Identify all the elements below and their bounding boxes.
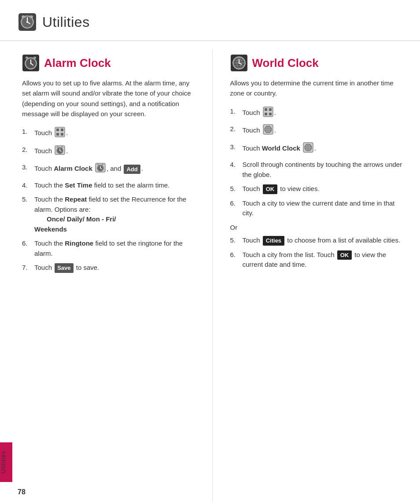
add-button-label: Add [124,165,140,174]
alarm-clock-description: Allows you to set up to five alarms. At … [22,78,199,119]
svg-point-13 [30,63,32,64]
world-clock-section: World Clock Allows you to determine the … [213,50,420,501]
cities-button-label: Cities [263,236,284,246]
main-content: Alarm Clock Allows you to set up to five… [0,45,420,501]
world-alt-step-6: 6. Touch a city from the list. Touch OK … [230,250,407,270]
ok-button-label-1: OK [263,184,278,194]
alarm-clock-section-icon [22,54,40,72]
svg-rect-47 [269,108,272,111]
world-alt-step-5: 5. Touch Cities to choose from a list of… [230,235,407,246]
alarm-small-icon-step3-left [95,162,106,176]
world-small-icon-step2 [263,124,273,138]
world-clock-steps: 1. Touch . 2. [230,107,407,218]
world-step-3: 3. Touch World Clock . [230,142,407,156]
alarm-step-2: 2. Touch . [22,145,199,158]
page-number: 78 [18,488,26,496]
world-small-icon-step3 [303,142,313,156]
svg-point-26 [57,146,59,148]
world-clock-description: Allows you to determine the current time… [230,78,407,99]
alarm-small-icon-step2-left [55,145,65,158]
alarm-step-4: 4. Touch the Set Time field to set the a… [22,180,199,191]
svg-point-27 [61,146,63,148]
sidebar-label: Utilities [0,446,12,478]
page-title: Utilities [42,14,90,30]
alarm-step-7: 7. Touch Save to save. [22,263,199,273]
ok-button-label-2: OK [337,250,352,260]
world-clock-heading: World Clock [230,54,407,72]
save-button-label: Save [55,263,73,273]
world-step-6: 6. Touch a city to view the current date… [230,199,407,218]
repeat-bold: Repeat [65,195,87,203]
world-clock-alt-steps: 5. Touch Cities to choose from a list of… [230,235,407,270]
svg-rect-48 [265,113,267,115]
page-header: Utilities [0,0,420,41]
svg-point-7 [29,15,33,18]
svg-point-14 [26,57,29,59]
alarm-clock-steps: 1. Touch . 2. [22,127,199,273]
alarm-clock-heading: Alarm Clock [22,54,199,72]
world-step-4: 4. Scroll through continents by touching… [230,160,407,180]
world-step-5: 5. Touch OK to view cities. [230,184,407,194]
svg-point-6 [22,15,25,18]
world-clock-title: World Clock [252,56,319,70]
svg-rect-20 [61,133,63,136]
or-separator: Or [230,224,407,231]
ringtone-bold: Ringtone [65,239,93,247]
svg-rect-19 [56,133,59,136]
svg-point-5 [26,21,28,23]
alarm-step-6: 6. Touch the Ringtone field to set the r… [22,239,199,258]
alarm-clock-bold: Alarm Clock [54,165,92,172]
set-time-bold: Set Time [65,181,92,189]
world-step-2: 2. Touch . [230,124,407,138]
svg-point-44 [238,63,239,64]
svg-point-34 [101,164,103,166]
repeat-options: Once/ Daily/ Mon - Fri/Weekends [34,215,116,233]
grid-icon-step1-left [55,127,65,140]
world-clock-bold: World Clock [262,144,300,152]
sidebar-bar: Utilities [0,354,12,504]
world-step-1: 1. Touch . [230,107,407,120]
alarm-clock-section: Alarm Clock Allows you to set up to five… [0,50,213,501]
svg-point-15 [33,57,37,59]
svg-rect-18 [61,129,63,131]
alarm-step-5: 5. Touch the Repeat field to set the Rec… [22,195,199,234]
svg-rect-17 [56,129,59,131]
world-clock-section-icon [230,54,248,72]
alarm-step-1: 1. Touch . [22,127,199,140]
alarm-step-3: 3. Touch Alarm Clock , and [22,162,199,176]
grid-icon-step1-right [263,107,273,120]
svg-rect-49 [269,113,272,115]
svg-rect-46 [265,108,267,111]
utilities-header-icon [18,12,37,32]
alarm-clock-title: Alarm Clock [44,56,111,70]
svg-point-33 [97,164,99,166]
